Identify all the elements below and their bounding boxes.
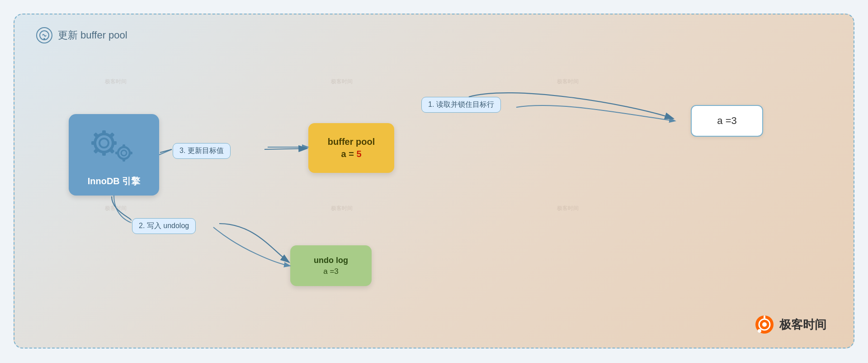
svg-rect-4 <box>102 130 106 135</box>
innodb-box: InnoDB 引擎 <box>69 114 159 196</box>
buffer-pool-highlight: 5 <box>356 149 361 159</box>
innodb-label: InnoDB 引擎 <box>88 175 141 187</box>
svg-rect-14 <box>123 144 125 148</box>
buffer-pool-box: buffer pool a = 5 <box>308 123 394 173</box>
brand-area: 极客时间 <box>755 315 826 334</box>
undo-log-title: undo log <box>314 256 348 265</box>
svg-rect-22 <box>764 315 765 319</box>
svg-rect-7 <box>112 141 117 145</box>
brand-text: 极客时间 <box>779 317 826 333</box>
step1-label: 1. 读取并锁住目标行 <box>421 97 501 113</box>
svg-point-1 <box>43 38 45 40</box>
svg-rect-15 <box>123 158 125 162</box>
page-title: 更新 buffer pool <box>58 29 127 42</box>
watermark-2: 极客时间 <box>331 78 353 86</box>
svg-rect-16 <box>115 152 119 154</box>
target-row-box: a =3 <box>691 105 763 137</box>
gear-container <box>91 127 137 165</box>
svg-rect-5 <box>102 151 106 156</box>
title-area: 更新 buffer pool <box>36 27 127 43</box>
svg-rect-17 <box>129 152 132 154</box>
undo-log-value: a =3 <box>323 267 339 276</box>
buffer-pool-title: buffer pool <box>328 137 375 147</box>
main-diagram: 极客时间 极客时间 极客时间 极客时间 极客时间 极客时间 更新 buffer … <box>14 14 854 349</box>
watermark-6: 极客时间 <box>557 205 579 212</box>
svg-point-23 <box>758 329 761 333</box>
target-row-value: a =3 <box>717 115 736 127</box>
brand-icon <box>755 315 774 334</box>
buffer-pool-value: a = 5 <box>341 149 361 159</box>
title-icon <box>36 27 52 43</box>
watermark-3: 极客时间 <box>557 78 579 86</box>
step2-label: 2. 写入 undolog <box>132 218 196 234</box>
watermark-4: 极客时间 <box>105 205 127 212</box>
undo-log-box: undo log a =3 <box>290 245 372 286</box>
svg-point-3 <box>99 139 108 148</box>
watermark-1: 极客时间 <box>105 78 127 86</box>
svg-rect-6 <box>91 141 96 145</box>
watermark-5: 极客时间 <box>331 205 353 212</box>
svg-point-13 <box>121 150 127 156</box>
step3-label: 3. 更新目标值 <box>173 143 231 159</box>
svg-point-21 <box>762 322 767 327</box>
